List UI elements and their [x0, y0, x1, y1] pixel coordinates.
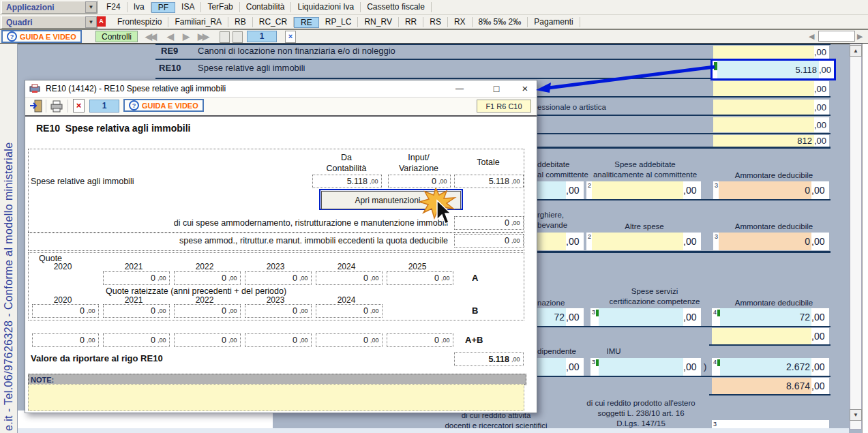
delete-page-icon[interactable]	[233, 31, 243, 43]
delete-form-icon[interactable]: ×	[73, 99, 85, 113]
dialog-titlebar[interactable]: RE10 (14142) - RE10 Spese relative agli …	[25, 80, 537, 98]
quote-a-field[interactable]: 0,00	[174, 271, 241, 285]
imu-field-3[interactable]: 4 2.672,00	[712, 358, 829, 376]
prev-page-icon[interactable]: ◀	[167, 31, 172, 42]
quote-b-field[interactable]: 0,00	[245, 304, 312, 318]
quote-ab-field[interactable]: 0,00	[32, 333, 99, 347]
spese-immobili-row-label: Spese relative agli immobili	[31, 177, 134, 186]
tab-frontespizio[interactable]: Frontespizio	[111, 17, 168, 27]
hscroll-left-icon[interactable]: ◀	[809, 32, 814, 41]
last-page-icon[interactable]: ▶▶	[198, 31, 207, 42]
dicui-field[interactable]: 0,00	[454, 216, 524, 230]
applicazioni-combo[interactable]: Applicazioni ▼	[1, 1, 98, 14]
chevron-down-icon[interactable]: ▼	[85, 1, 97, 13]
minimize-icon[interactable]: —	[451, 83, 468, 95]
quote-b-field[interactable]: 0,00	[316, 304, 383, 318]
tab-otto-cinque-due-permille[interactable]: 8‰ 5‰ 2‰	[473, 17, 528, 27]
tab-rx[interactable]: RX	[448, 17, 473, 27]
quote-ab-field[interactable]: 0,00	[245, 333, 312, 347]
certificazione-field-2[interactable]: 3 ,00	[590, 308, 701, 326]
vscroll-track[interactable]	[850, 44, 862, 430]
altre-field-3[interactable]: 3 0,00	[713, 233, 829, 250]
vscroll-up-icon[interactable]: ▲	[850, 45, 862, 57]
tab-cassetto-fiscale[interactable]: Cassetto fiscale	[361, 2, 432, 12]
dialog-page-number[interactable]: 1	[89, 100, 119, 113]
certificazione-field-3[interactable]: 4 72,00	[712, 308, 829, 326]
altre-field-2[interactable]: 2 ,00	[586, 233, 701, 250]
tab-liquidazioni-iva[interactable]: Liquidazioni Iva	[291, 2, 361, 12]
input-variazione-field[interactable]: 0,00	[388, 175, 451, 188]
hscroll-right-icon[interactable]: ▶	[857, 32, 863, 41]
vscroll-down-icon[interactable]: ▼	[850, 409, 862, 421]
quadri-combo[interactable]: Quadri ▼	[1, 16, 98, 29]
tab-familiari-ra[interactable]: Familiari_RA	[168, 17, 228, 27]
quote-ab-field[interactable]: 0,00	[174, 333, 241, 347]
tab-terfab[interactable]: TerFab	[201, 2, 239, 12]
committente-field-2[interactable]: 2 ,00	[586, 181, 701, 199]
dialog-guida-button[interactable]: ? GUIDA E VIDEO	[123, 99, 204, 112]
quote-b-field[interactable]: 0,00	[174, 304, 241, 318]
row4-field[interactable]: ,00	[713, 100, 829, 115]
quote-a-field[interactable]: 0,00	[245, 271, 312, 285]
parenthesis-text: )	[704, 361, 706, 373]
copy-page-icon[interactable]	[220, 31, 230, 43]
hscroll-thumb[interactable]	[818, 31, 855, 42]
tab-rr[interactable]: RR	[399, 17, 423, 27]
chevron-down-icon[interactable]: ▼	[85, 16, 97, 28]
tab-rn-rv[interactable]: RN_RV	[358, 17, 398, 27]
tab-iva[interactable]: Iva	[128, 2, 151, 12]
tab-pf[interactable]: PF	[151, 2, 175, 13]
quote-ab-field[interactable]: 0,00	[316, 333, 383, 347]
quote-b-field[interactable]: 0,00	[103, 304, 170, 318]
row5-field[interactable]: ,00	[713, 117, 829, 132]
da-contabilita-field[interactable]: 5.118,00	[312, 175, 382, 188]
maximize-icon[interactable]: □	[488, 83, 505, 95]
quote-a-field[interactable]: 0,00	[103, 271, 170, 285]
tab-pagamenti[interactable]: Pagamenti	[528, 17, 580, 27]
re10-label: Spese relative agli immobili	[198, 63, 305, 73]
separator-line	[536, 376, 830, 377]
re9-field[interactable]: ,00	[713, 46, 829, 59]
toolbar-separator	[46, 100, 46, 113]
quote-a-field[interactable]: 0,00	[387, 271, 453, 285]
tab-re[interactable]: RE	[294, 17, 319, 28]
imu-field-2[interactable]: 3 ,00	[590, 358, 701, 376]
quote-b-field[interactable]: 0,00	[32, 304, 99, 318]
close-form-icon[interactable]: ×	[285, 31, 296, 43]
first-page-icon[interactable]: ◀◀	[145, 31, 155, 42]
note-textarea[interactable]	[28, 384, 524, 411]
year-label: 2025	[397, 262, 438, 271]
totale-field[interactable]: 5.118,00	[454, 175, 524, 188]
rateizzate-label: Quote rateizzate (anni precedenti + del …	[106, 286, 286, 296]
imu-field-4[interactable]: 8.674,00	[712, 378, 829, 394]
controlli-button[interactable]: Controlli	[95, 31, 138, 42]
re10-field-highlighted[interactable]: 5.118 ,00	[710, 59, 836, 80]
certificazione-field-4[interactable]: ,00	[712, 328, 829, 344]
guida-e-video-button[interactable]: ? GUIDA E VIDEO	[1, 30, 82, 43]
pdf-icon[interactable]: A	[97, 16, 106, 27]
committente-field-1[interactable]: ,00	[536, 181, 584, 199]
tab-isa[interactable]: ISA	[175, 2, 201, 12]
quote-ab-field[interactable]: 0,00	[387, 333, 453, 347]
tab-rb[interactable]: RB	[228, 17, 253, 27]
committente-field-3[interactable]: 3 0,00	[713, 181, 829, 199]
exit-door-icon[interactable]	[29, 100, 43, 113]
print-icon[interactable]	[50, 100, 63, 113]
next-page-icon[interactable]: ▶	[183, 31, 188, 42]
altre-field-1[interactable]: ,00	[536, 233, 584, 250]
quote-a-field[interactable]: 0,00	[316, 271, 383, 285]
tab-rc-cr[interactable]: RC_CR	[253, 17, 294, 27]
tab-rp-lc[interactable]: RP_LC	[319, 17, 359, 27]
page-number-box[interactable]: 1	[247, 31, 277, 42]
imu-field-1[interactable]: ,00	[536, 358, 584, 376]
tab-f24[interactable]: F24	[100, 2, 128, 12]
valore-field[interactable]: 5.118,00	[454, 352, 524, 366]
quote-ab-field[interactable]: 0,00	[103, 333, 170, 347]
row3-field[interactable]: ,00	[713, 81, 829, 96]
row6-field[interactable]: 812,00	[713, 135, 829, 147]
ecced-field[interactable]: 0,00	[454, 234, 524, 248]
certificazione-field-1[interactable]: 72,00	[536, 308, 584, 326]
year-label: 2020	[42, 262, 83, 271]
tab-contabilita[interactable]: Contabilità	[240, 2, 292, 12]
tab-rs[interactable]: RS	[423, 17, 448, 27]
